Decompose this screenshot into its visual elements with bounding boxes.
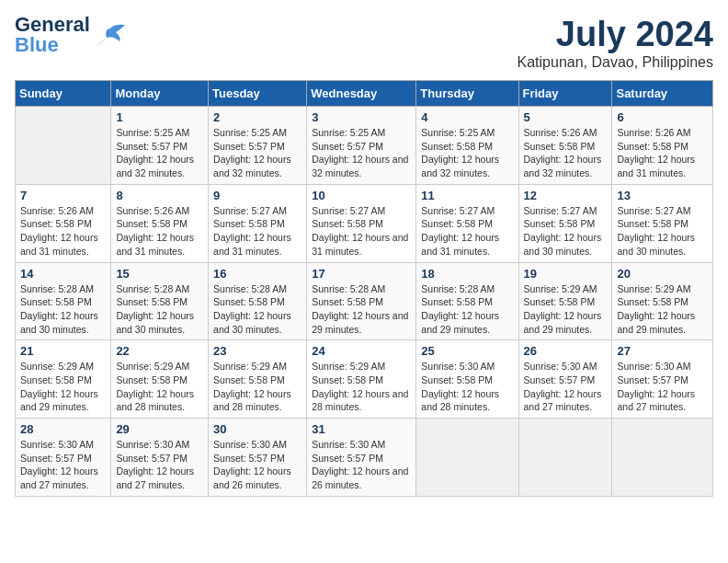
- day-number: 22: [116, 344, 203, 358]
- day-number: 18: [421, 267, 513, 281]
- header-day-friday: Friday: [518, 81, 612, 107]
- day-number: 12: [524, 189, 608, 202]
- day-number: 15: [116, 267, 203, 281]
- day-info: Sunrise: 5:27 AMSunset: 5:58 PMDaylight:…: [617, 204, 708, 259]
- day-info: Sunrise: 5:29 AMSunset: 5:58 PMDaylight:…: [312, 360, 411, 414]
- day-number: 27: [617, 344, 708, 358]
- calendar-cell: 12Sunrise: 5:27 AMSunset: 5:58 PMDayligh…: [518, 184, 612, 262]
- calendar-cell: 19Sunrise: 5:29 AMSunset: 5:58 PMDayligh…: [518, 262, 612, 340]
- day-number: 10: [312, 189, 411, 202]
- calendar-cell: 13Sunrise: 5:27 AMSunset: 5:58 PMDayligh…: [612, 184, 713, 262]
- calendar-cell: 22Sunrise: 5:29 AMSunset: 5:58 PMDayligh…: [111, 340, 209, 419]
- day-info: Sunrise: 5:30 AMSunset: 5:57 PMDaylight:…: [116, 438, 203, 492]
- logo: GeneralBlue: [15, 15, 127, 55]
- day-number: 3: [312, 110, 411, 124]
- day-number: 4: [421, 110, 513, 124]
- day-info: Sunrise: 5:30 AMSunset: 5:58 PMDaylight:…: [421, 360, 513, 414]
- week-row-2: 7Sunrise: 5:26 AMSunset: 5:58 PMDaylight…: [16, 184, 713, 262]
- day-number: 14: [20, 267, 106, 281]
- calendar-cell: 20Sunrise: 5:29 AMSunset: 5:58 PMDayligh…: [612, 262, 713, 340]
- calendar-cell: [416, 419, 518, 497]
- day-number: 19: [524, 267, 608, 281]
- day-number: 24: [312, 344, 411, 358]
- header-day-sunday: Sunday: [16, 81, 111, 107]
- day-number: 7: [20, 189, 106, 202]
- day-info: Sunrise: 5:28 AMSunset: 5:58 PMDaylight:…: [116, 282, 203, 337]
- day-info: Sunrise: 5:25 AMSunset: 5:57 PMDaylight:…: [312, 126, 411, 180]
- logo-text: GeneralBlue: [15, 15, 90, 55]
- day-number: 13: [617, 189, 708, 202]
- day-number: 28: [20, 422, 106, 436]
- day-info: Sunrise: 5:26 AMSunset: 5:58 PMDaylight:…: [116, 204, 203, 259]
- day-number: 31: [312, 422, 411, 436]
- header-day-thursday: Thursday: [416, 81, 518, 107]
- calendar-cell: [16, 107, 111, 185]
- day-number: 17: [312, 267, 411, 281]
- calendar-cell: 6Sunrise: 5:26 AMSunset: 5:58 PMDaylight…: [612, 107, 713, 185]
- calendar-cell: 15Sunrise: 5:28 AMSunset: 5:58 PMDayligh…: [111, 262, 209, 340]
- week-row-3: 14Sunrise: 5:28 AMSunset: 5:58 PMDayligh…: [16, 262, 713, 340]
- day-info: Sunrise: 5:26 AMSunset: 5:58 PMDaylight:…: [617, 126, 708, 180]
- calendar-cell: 7Sunrise: 5:26 AMSunset: 5:58 PMDaylight…: [16, 184, 111, 262]
- day-info: Sunrise: 5:29 AMSunset: 5:58 PMDaylight:…: [20, 360, 106, 414]
- header-day-saturday: Saturday: [612, 81, 713, 107]
- day-number: 23: [213, 344, 301, 358]
- calendar-cell: 1Sunrise: 5:25 AMSunset: 5:57 PMDaylight…: [111, 107, 209, 185]
- day-number: 1: [116, 110, 203, 124]
- day-number: 25: [421, 344, 513, 358]
- calendar-cell: 17Sunrise: 5:28 AMSunset: 5:58 PMDayligh…: [307, 262, 416, 340]
- day-info: Sunrise: 5:29 AMSunset: 5:58 PMDaylight:…: [617, 282, 708, 337]
- header-day-wednesday: Wednesday: [307, 81, 416, 107]
- day-info: Sunrise: 5:27 AMSunset: 5:58 PMDaylight:…: [524, 204, 608, 259]
- day-info: Sunrise: 5:27 AMSunset: 5:58 PMDaylight:…: [312, 204, 411, 259]
- header-day-monday: Monday: [111, 81, 209, 107]
- calendar-cell: 28Sunrise: 5:30 AMSunset: 5:57 PMDayligh…: [16, 419, 111, 497]
- calendar-cell: 16Sunrise: 5:28 AMSunset: 5:58 PMDayligh…: [209, 262, 307, 340]
- day-info: Sunrise: 5:30 AMSunset: 5:57 PMDaylight:…: [213, 438, 301, 492]
- week-row-1: 1Sunrise: 5:25 AMSunset: 5:57 PMDaylight…: [16, 107, 713, 185]
- day-info: Sunrise: 5:26 AMSunset: 5:58 PMDaylight:…: [524, 126, 608, 180]
- week-row-4: 21Sunrise: 5:29 AMSunset: 5:58 PMDayligh…: [16, 340, 713, 419]
- calendar-cell: [612, 419, 713, 497]
- day-number: 5: [524, 110, 608, 124]
- day-info: Sunrise: 5:28 AMSunset: 5:58 PMDaylight:…: [421, 282, 513, 337]
- day-info: Sunrise: 5:28 AMSunset: 5:58 PMDaylight:…: [312, 282, 411, 337]
- calendar-cell: 9Sunrise: 5:27 AMSunset: 5:58 PMDaylight…: [209, 184, 307, 262]
- day-number: 8: [116, 189, 203, 202]
- week-row-5: 28Sunrise: 5:30 AMSunset: 5:57 PMDayligh…: [16, 419, 713, 497]
- day-info: Sunrise: 5:29 AMSunset: 5:58 PMDaylight:…: [213, 360, 301, 414]
- page-header: GeneralBlue July 2024 Katipunan, Davao, …: [15, 15, 713, 71]
- day-number: 29: [116, 422, 203, 436]
- day-info: Sunrise: 5:28 AMSunset: 5:58 PMDaylight:…: [213, 282, 301, 337]
- calendar-cell: 30Sunrise: 5:30 AMSunset: 5:57 PMDayligh…: [209, 419, 307, 497]
- day-info: Sunrise: 5:30 AMSunset: 5:57 PMDaylight:…: [524, 360, 608, 414]
- calendar-cell: 8Sunrise: 5:26 AMSunset: 5:58 PMDaylight…: [111, 184, 209, 262]
- day-info: Sunrise: 5:27 AMSunset: 5:58 PMDaylight:…: [421, 204, 513, 259]
- calendar-cell: 11Sunrise: 5:27 AMSunset: 5:58 PMDayligh…: [416, 184, 518, 262]
- day-info: Sunrise: 5:26 AMSunset: 5:58 PMDaylight:…: [20, 204, 106, 259]
- calendar-cell: 29Sunrise: 5:30 AMSunset: 5:57 PMDayligh…: [111, 419, 209, 497]
- day-info: Sunrise: 5:28 AMSunset: 5:58 PMDaylight:…: [20, 282, 106, 337]
- day-number: 2: [213, 110, 301, 124]
- calendar-cell: 21Sunrise: 5:29 AMSunset: 5:58 PMDayligh…: [16, 340, 111, 419]
- day-info: Sunrise: 5:25 AMSunset: 5:57 PMDaylight:…: [116, 126, 203, 180]
- day-info: Sunrise: 5:29 AMSunset: 5:58 PMDaylight:…: [524, 282, 608, 337]
- day-info: Sunrise: 5:30 AMSunset: 5:57 PMDaylight:…: [617, 360, 708, 414]
- location: Katipunan, Davao, Philippines: [518, 54, 713, 71]
- calendar-cell: 3Sunrise: 5:25 AMSunset: 5:57 PMDaylight…: [307, 107, 416, 185]
- calendar-cell: 2Sunrise: 5:25 AMSunset: 5:57 PMDaylight…: [209, 107, 307, 185]
- calendar-cell: 14Sunrise: 5:28 AMSunset: 5:58 PMDayligh…: [16, 262, 111, 340]
- title-block: July 2024 Katipunan, Davao, Philippines: [518, 15, 713, 71]
- calendar-cell: 5Sunrise: 5:26 AMSunset: 5:58 PMDaylight…: [518, 107, 612, 185]
- day-info: Sunrise: 5:25 AMSunset: 5:58 PMDaylight:…: [421, 126, 513, 180]
- calendar-cell: 26Sunrise: 5:30 AMSunset: 5:57 PMDayligh…: [518, 340, 612, 419]
- calendar-cell: 27Sunrise: 5:30 AMSunset: 5:57 PMDayligh…: [612, 340, 713, 419]
- day-info: Sunrise: 5:27 AMSunset: 5:58 PMDaylight:…: [213, 204, 301, 259]
- day-number: 21: [20, 344, 106, 358]
- day-info: Sunrise: 5:29 AMSunset: 5:58 PMDaylight:…: [116, 360, 203, 414]
- calendar-cell: 31Sunrise: 5:30 AMSunset: 5:57 PMDayligh…: [307, 419, 416, 497]
- day-number: 26: [524, 344, 608, 358]
- calendar-cell: 10Sunrise: 5:27 AMSunset: 5:58 PMDayligh…: [307, 184, 416, 262]
- calendar-table: SundayMondayTuesdayWednesdayThursdayFrid…: [15, 80, 713, 497]
- month-year: July 2024: [518, 15, 713, 54]
